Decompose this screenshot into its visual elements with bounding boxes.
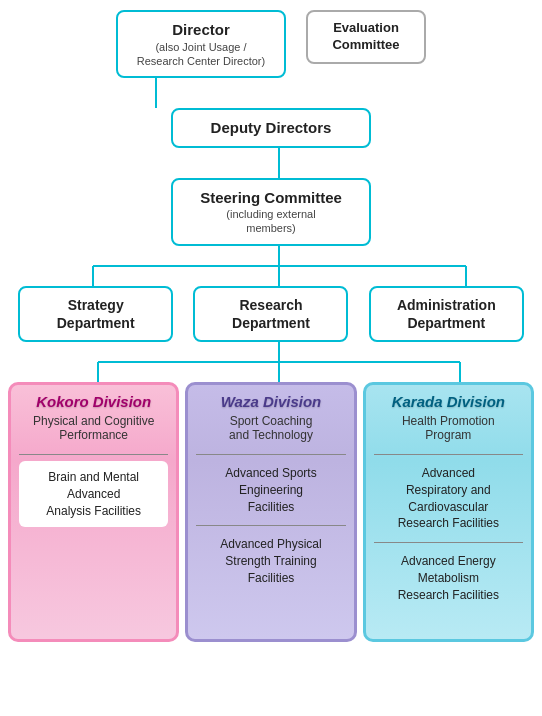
- director-title: Director: [128, 20, 274, 40]
- top-row: Director (also Joint Usage /Research Cen…: [8, 10, 534, 78]
- karada-divider2: [374, 542, 523, 543]
- deputy-box: Deputy Directors: [171, 108, 371, 148]
- kokoro-header: Kokoro Division: [19, 393, 168, 410]
- karada-header: Karada Division: [374, 393, 523, 410]
- research-dept-box: ResearchDepartment: [193, 286, 348, 342]
- research-label: ResearchDepartment: [232, 297, 310, 331]
- karada-name: Karada Division: [374, 393, 523, 410]
- director-box: Director (also Joint Usage /Research Cen…: [116, 10, 286, 78]
- org-chart: Director (also Joint Usage /Research Cen…: [0, 0, 542, 652]
- kokoro-divider: [19, 454, 168, 455]
- kokoro-division-card: Kokoro Division Physical and CognitivePe…: [8, 382, 179, 642]
- kokoro-name: Kokoro Division: [19, 393, 168, 410]
- kokoro-facility1: Brain and MentalAdvancedAnalysis Facilit…: [19, 461, 168, 527]
- research-col: ResearchDepartment: [183, 286, 358, 342]
- evaluation-title: EvaluationCommittee: [318, 20, 414, 54]
- waza-divider2: [196, 525, 345, 526]
- connector-depts-divisions: [8, 342, 534, 382]
- waza-division-card: Waza Division Sport Coachingand Technolo…: [185, 382, 356, 642]
- divisions-row: Kokoro Division Physical and CognitivePe…: [8, 382, 534, 642]
- connector-director-deputy: [8, 78, 534, 108]
- kokoro-subtitle: Physical and CognitivePerformance: [19, 414, 168, 442]
- waza-subtitle: Sport Coachingand Technology: [196, 414, 345, 442]
- waza-facility2: Advanced PhysicalStrength TrainingFacili…: [196, 532, 345, 590]
- director-subtitle: (also Joint Usage /Research Center Direc…: [128, 40, 274, 69]
- karada-division-card: Karada Division Health PromotionProgram …: [363, 382, 534, 642]
- karada-divider: [374, 454, 523, 455]
- connector-deputy-steering: [8, 148, 534, 178]
- admin-dept-box: AdministrationDepartment: [369, 286, 524, 342]
- steering-box: Steering Committee (including externalme…: [171, 178, 371, 246]
- evaluation-box: EvaluationCommittee: [306, 10, 426, 64]
- deputy-title: Deputy Directors: [183, 118, 359, 138]
- waza-divider: [196, 454, 345, 455]
- connector-steering-depts: [8, 246, 534, 286]
- strategy-col: StrategyDepartment: [8, 286, 183, 342]
- waza-name: Waza Division: [196, 393, 345, 410]
- admin-label: AdministrationDepartment: [397, 297, 496, 331]
- waza-header: Waza Division: [196, 393, 345, 410]
- departments-row: StrategyDepartment ResearchDepartment Ad…: [8, 286, 534, 342]
- steering-subtitle: (including externalmembers): [183, 207, 359, 236]
- strategy-dept-box: StrategyDepartment: [18, 286, 173, 342]
- admin-col: AdministrationDepartment: [359, 286, 534, 342]
- steering-title: Steering Committee: [183, 188, 359, 208]
- karada-facility1: AdvancedRespiratory andCardiovascularRes…: [374, 461, 523, 536]
- waza-facility1: Advanced SportsEngineeringFacilities: [196, 461, 345, 519]
- strategy-label: StrategyDepartment: [57, 297, 135, 331]
- karada-facility2: Advanced EnergyMetabolismResearch Facili…: [374, 549, 523, 607]
- karada-subtitle: Health PromotionProgram: [374, 414, 523, 442]
